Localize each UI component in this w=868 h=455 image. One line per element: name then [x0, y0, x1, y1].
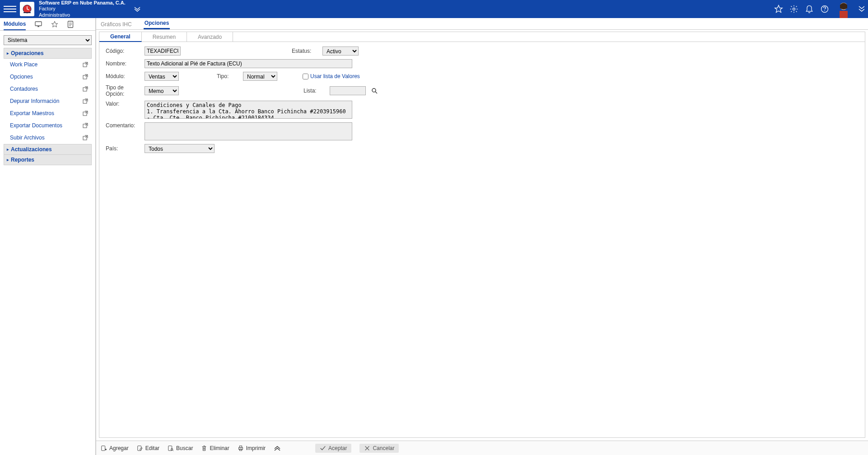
tipo-opcion-label: Tipo de Opción: — [106, 84, 141, 97]
section-actualizaciones[interactable]: ▸ Actualizaciones — [4, 144, 92, 155]
estatus-label: Estatus: — [292, 48, 319, 54]
lista-field[interactable] — [330, 86, 366, 95]
sidebar-item-contadores[interactable]: Contadores — [4, 83, 92, 95]
lista-search-icon[interactable] — [370, 87, 378, 95]
section-operaciones-label: Operaciones — [11, 50, 44, 56]
valor-textarea[interactable] — [145, 101, 352, 119]
buscar-button[interactable]: Buscar — [168, 445, 193, 451]
subtab-resumen[interactable]: Resumen — [142, 32, 187, 42]
tab-opciones[interactable]: Opciones — [144, 18, 170, 29]
usar-lista-checkbox[interactable] — [303, 74, 308, 79]
eliminar-button[interactable]: Eliminar — [201, 445, 229, 451]
svg-rect-17 — [102, 446, 105, 450]
topbar: Software ERP en Nube Panama, C.A. Factor… — [0, 0, 868, 18]
external-link-icon — [83, 111, 88, 116]
usar-lista-label: Usar lista de Valores — [310, 73, 360, 79]
section-reportes[interactable]: ▸ Reportes — [4, 155, 92, 165]
lista-label: Lista: — [303, 88, 326, 94]
title-block: Software ERP en Nube Panama, C.A. Factor… — [39, 0, 126, 18]
tipo-opcion-select[interactable]: Memo — [145, 86, 179, 95]
gear-icon[interactable] — [789, 5, 798, 14]
svg-rect-6 — [840, 11, 848, 18]
subtab-avanzado[interactable]: Avanzado — [187, 32, 233, 42]
svg-rect-19 — [168, 446, 172, 450]
form-area: Código: Estatus: Activo Nombre: Módulo: … — [99, 42, 865, 438]
caret-right-icon: ▸ — [7, 158, 9, 162]
collapse-right-icon[interactable] — [858, 5, 864, 14]
tipo-select[interactable]: Normal — [243, 72, 277, 81]
sidebar-item-label: Depurar Información — [10, 98, 59, 104]
editar-button[interactable]: Editar — [137, 445, 159, 451]
sidebar-item-opciones[interactable]: Opciones — [4, 71, 92, 83]
sidebar-item-label: Opciones — [10, 74, 33, 80]
eliminar-label: Eliminar — [210, 445, 229, 451]
system-select[interactable]: Sistema — [4, 35, 92, 45]
usar-lista-checkbox-wrap: Usar lista de Valores — [303, 73, 360, 79]
modulo-select[interactable]: Ventas — [145, 72, 179, 81]
app-name: Factory — [39, 6, 126, 12]
codigo-label: Código: — [106, 48, 141, 54]
caret-right-icon: ▸ — [7, 147, 9, 152]
subtab-general[interactable]: General — [99, 32, 142, 42]
pais-select[interactable]: Todos — [145, 144, 215, 153]
section-operaciones[interactable]: ▸ Operaciones — [4, 48, 92, 59]
aceptar-label: Aceptar — [328, 445, 347, 451]
nombre-label: Nombre: — [106, 60, 141, 67]
footer-toolbar: Agregar Editar Buscar Eliminar Imprimir — [96, 441, 868, 455]
caret-right-icon: ▸ — [7, 51, 9, 56]
sidebar-tab-modulos[interactable]: Módulos — [4, 18, 26, 30]
cancelar-button[interactable]: Cancelar — [359, 444, 399, 453]
valor-label: Valor: — [106, 101, 141, 107]
svg-rect-22 — [239, 446, 242, 447]
sidebar-item-exportar-documentos[interactable]: Exportar Documentos — [4, 120, 92, 132]
editar-label: Editar — [145, 445, 159, 451]
main-tabs: Gráficos IHC Opciones — [96, 18, 868, 30]
estatus-select[interactable]: Activo — [322, 46, 359, 56]
aceptar-button[interactable]: Aceptar — [315, 444, 351, 453]
main-area: Gráficos IHC Opciones General Resumen Av… — [96, 18, 868, 455]
company-name: Software ERP en Nube Panama, C.A. — [39, 0, 126, 6]
nombre-field[interactable] — [145, 59, 352, 68]
sidebar-item-workplace[interactable]: Work Place — [4, 59, 92, 71]
pais-label: País: — [106, 145, 141, 152]
svg-point-1 — [793, 8, 795, 10]
bell-icon[interactable] — [805, 5, 814, 14]
title-dropdown-icon[interactable] — [134, 5, 141, 13]
agregar-label: Agregar — [109, 445, 129, 451]
section-reportes-label: Reportes — [11, 157, 34, 163]
codigo-field[interactable] — [145, 46, 181, 56]
sidebar-item-label: Work Place — [10, 61, 37, 68]
external-link-icon — [83, 123, 88, 128]
sidebar: Módulos Sistema ▸ Operaciones Work Place — [0, 18, 96, 455]
buscar-label: Buscar — [176, 445, 193, 451]
modulo-label: Módulo: — [106, 73, 141, 79]
svg-point-3 — [824, 10, 825, 11]
external-link-icon — [83, 135, 88, 140]
cancelar-label: Cancelar — [373, 445, 394, 451]
external-link-icon — [83, 74, 88, 79]
comentario-textarea[interactable] — [145, 122, 352, 140]
menu-hamburger-icon[interactable] — [4, 3, 16, 15]
sidebar-item-exportar-maestros[interactable]: Exportar Maestros — [4, 107, 92, 120]
comentario-label: Comentario: — [106, 122, 141, 129]
star-icon[interactable] — [774, 5, 783, 14]
monitor-icon[interactable] — [35, 21, 42, 28]
help-icon[interactable] — [820, 5, 829, 14]
svg-rect-7 — [35, 22, 42, 26]
imprimir-button[interactable]: Imprimir — [238, 445, 266, 451]
sub-tabs: General Resumen Avanzado — [99, 32, 865, 42]
chevron-up-icon[interactable] — [274, 445, 281, 451]
sidebar-item-subir-archivos[interactable]: Subir Archivos — [4, 132, 92, 144]
document-icon[interactable] — [67, 21, 74, 28]
agregar-button[interactable]: Agregar — [101, 445, 129, 451]
star-outline-icon[interactable] — [51, 21, 58, 28]
sidebar-item-label: Exportar Documentos — [10, 122, 62, 129]
tab-graficos-ihc[interactable]: Gráficos IHC — [100, 19, 133, 29]
imprimir-label: Imprimir — [246, 445, 266, 451]
sidebar-item-depurar[interactable]: Depurar Información — [4, 95, 92, 107]
external-link-icon — [83, 62, 88, 67]
avatar[interactable] — [835, 0, 852, 18]
app-logo — [20, 2, 34, 16]
tipo-label: Tipo: — [217, 73, 239, 79]
sidebar-item-label: Contadores — [10, 86, 38, 92]
